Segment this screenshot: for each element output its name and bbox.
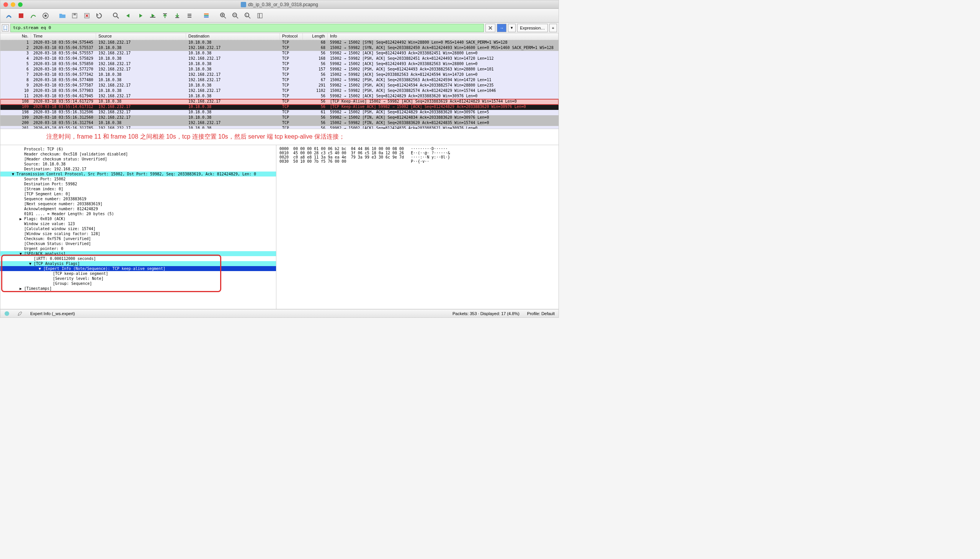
save-file-button[interactable] — [69, 10, 80, 21]
go-back-button[interactable] — [123, 10, 134, 21]
packet-row[interactable]: 1082020-03-18 03:55:14.61727910.18.0.381… — [0, 99, 559, 104]
svg-rect-9 — [175, 17, 179, 18]
packet-row[interactable]: 1982020-03-18 03:55:16.312506192.168.232… — [0, 110, 559, 115]
go-first-button[interactable] — [160, 10, 170, 21]
status-bar: Expert Info (_ws.expert) Packets: 353 · … — [0, 309, 559, 318]
packet-bytes-pane[interactable]: 0000 00 00 00 01 00 06 b2 bc 04 44 86 10… — [276, 145, 559, 309]
packet-row[interactable]: 72020-03-18 03:55:04.57734210.18.0.38192… — [0, 72, 559, 78]
find-packet-button[interactable] — [111, 10, 121, 21]
close-window-button[interactable] — [3, 2, 8, 7]
display-filter-input[interactable]: tcp.stream eq 0 — [10, 24, 484, 32]
edit-icon[interactable] — [17, 311, 23, 316]
auto-scroll-button[interactable] — [184, 10, 195, 21]
packet-row[interactable]: 42020-03-18 03:55:04.57582910.18.0.38192… — [0, 56, 559, 62]
tree-item[interactable]: Protocol: TCP (6) — [0, 147, 276, 152]
packet-row[interactable]: 22020-03-18 03:55:04.57553710.18.0.38192… — [0, 46, 559, 51]
hex-line[interactable]: 0000 00 00 00 01 00 06 b2 bc 04 44 86 10… — [279, 147, 555, 151]
zoom-reset-button[interactable]: 1 — [242, 10, 253, 21]
tree-item[interactable]: [TCP Segment Len: 0] — [0, 192, 276, 197]
packet-row[interactable]: 1092020-03-18 03:55:14.617312192.168.232… — [0, 104, 559, 110]
tree-item[interactable]: Destination: 192.168.232.17 — [0, 167, 276, 172]
reload-button[interactable] — [94, 10, 104, 21]
packet-row[interactable]: 2012020-03-18 03:55:16.312785192.168.232… — [0, 126, 559, 129]
hex-line[interactable]: 0010 45 00 00 28 c3 c5 40 00 3f 06 c5 18… — [279, 151, 555, 155]
packet-row[interactable]: 1992020-03-18 03:55:16.312560192.168.232… — [0, 115, 559, 121]
col-time[interactable]: Time — [31, 33, 96, 40]
open-file-button[interactable] — [57, 10, 68, 21]
col-source[interactable]: Source — [96, 33, 186, 40]
packet-row[interactable]: 112020-03-18 03:55:04.617945192.168.232.… — [0, 94, 559, 99]
tree-item[interactable]: 0101 .... = Header Length: 20 bytes (5) — [0, 211, 276, 216]
tree-item[interactable]: ▼[Expert Info (Note/Sequence): TCP keep-… — [0, 266, 276, 271]
svg-rect-11 — [188, 15, 192, 16]
tree-item[interactable]: Destination Port: 59982 — [0, 182, 276, 187]
zoom-out-button[interactable] — [230, 10, 241, 21]
resize-columns-button[interactable] — [255, 10, 265, 21]
go-last-button[interactable] — [172, 10, 183, 21]
tree-item[interactable]: Source Port: 15002 — [0, 177, 276, 182]
tree-item[interactable]: Urgent pointer: 0 — [0, 246, 276, 251]
hex-line[interactable]: 0020 c0 a8 e8 11 3a 9a ea 4e 79 3a 99 e3… — [279, 155, 555, 159]
tree-item[interactable]: Checksum: 0xf576 [unverified] — [0, 236, 276, 241]
tree-item[interactable]: [Calculated window size: 15744] — [0, 226, 276, 231]
packet-row[interactable]: 82020-03-18 03:55:04.57748010.18.0.38192… — [0, 78, 559, 83]
packet-row[interactable]: 92020-03-18 03:55:04.577587192.168.232.1… — [0, 83, 559, 88]
tree-item[interactable]: [Window size scaling factor: 128] — [0, 231, 276, 236]
packet-row[interactable]: 12020-03-18 03:55:04.575445192.168.232.1… — [0, 40, 559, 46]
tree-item[interactable]: ▶Flags: 0x010 (ACK) — [0, 216, 276, 221]
tree-item[interactable]: [Stream index: 0] — [0, 187, 276, 192]
expert-indicator-icon[interactable] — [4, 311, 10, 316]
hex-line[interactable]: 0030 50 10 00 7b f5 76 00 00 P··{·v·· — [279, 159, 555, 164]
titlebar: db_ip_0.38_or_0.39_0318.pcapng — [0, 0, 559, 9]
add-filter-button[interactable]: + — [549, 24, 557, 32]
tree-item[interactable]: Window size value: 123 — [0, 221, 276, 226]
tree-item[interactable]: ▼Transmission Control Protocol, Src Port… — [0, 172, 276, 177]
filter-bookmark-button[interactable] — [2, 25, 9, 31]
zoom-in-button[interactable] — [218, 10, 228, 21]
tree-item[interactable]: [TCP keep-alive segment] — [0, 271, 276, 276]
filter-history-button[interactable]: ▾ — [508, 24, 516, 32]
close-file-button[interactable] — [81, 10, 92, 21]
go-to-packet-button[interactable] — [147, 10, 158, 21]
packet-row[interactable]: 62020-03-18 03:55:04.577270192.168.232.1… — [0, 67, 559, 72]
packet-details-tree[interactable]: Protocol: TCP (6)Header checksum: 0xc518… — [0, 145, 276, 309]
svg-rect-15 — [204, 17, 209, 18]
restart-capture-button[interactable] — [28, 10, 39, 21]
stop-capture-button[interactable] — [16, 10, 26, 21]
minimize-window-button[interactable] — [11, 2, 15, 7]
apply-filter-button[interactable]: → — [497, 24, 506, 32]
col-destination[interactable]: Destination — [186, 33, 280, 40]
shark-fin-icon[interactable] — [3, 10, 14, 21]
tree-item[interactable]: Sequence number: 2033883619 — [0, 197, 276, 202]
zoom-window-button[interactable] — [18, 2, 23, 7]
tree-item[interactable]: Header checksum: 0xc518 [validation disa… — [0, 152, 276, 157]
packet-row[interactable]: 52020-03-18 03:55:04.575850192.168.232.1… — [0, 62, 559, 67]
tree-item[interactable]: [Header checksum status: Unverified] — [0, 157, 276, 162]
packet-row[interactable]: 32020-03-18 03:55:04.575557192.168.232.1… — [0, 51, 559, 56]
col-protocol[interactable]: Protocol — [280, 33, 303, 40]
tree-item[interactable]: Acknowledgment number: 812424829 — [0, 207, 276, 211]
tree-item[interactable]: [Severity level: Note] — [0, 276, 276, 281]
svg-rect-0 — [19, 13, 23, 18]
tree-item[interactable]: ▼[SEQ/ACK analysis] — [0, 251, 276, 256]
col-length[interactable]: Length — [303, 33, 328, 40]
tree-item[interactable]: ▼[TCP Analysis Flags] — [0, 261, 276, 266]
col-no[interactable]: No. — [0, 33, 31, 40]
tree-item[interactable]: ▶[Timestamps] — [0, 286, 276, 291]
tree-item[interactable]: [iRTT: 0.000112000 seconds] — [0, 256, 276, 261]
col-info[interactable]: Info — [328, 33, 559, 40]
colorize-button[interactable] — [201, 10, 212, 21]
tree-item[interactable]: Source: 10.18.0.38 — [0, 162, 276, 167]
expression-button[interactable]: Expression… — [517, 24, 547, 32]
tree-item[interactable]: [Next sequence number: 2033883619] — [0, 202, 276, 207]
svg-rect-21 — [259, 13, 262, 18]
status-profile[interactable]: Profile: Default — [527, 311, 555, 316]
capture-options-button[interactable] — [40, 10, 51, 21]
packet-row[interactable]: 2002020-03-18 03:55:16.31276410.18.0.381… — [0, 121, 559, 126]
clear-filter-button[interactable] — [486, 24, 495, 32]
packet-row[interactable]: 102020-03-18 03:55:04.57798310.18.0.3819… — [0, 88, 559, 94]
packet-list[interactable]: No. Time Source Destination Protocol Len… — [0, 33, 559, 129]
tree-item[interactable]: [Checksum Status: Unverified] — [0, 241, 276, 246]
go-forward-button[interactable] — [135, 10, 146, 21]
tree-item[interactable]: [Group: Sequence] — [0, 281, 276, 286]
